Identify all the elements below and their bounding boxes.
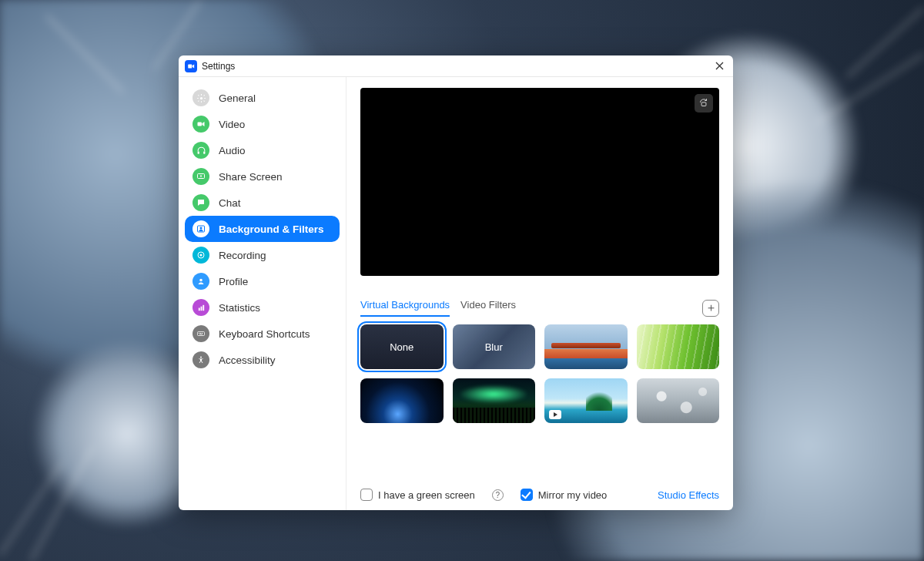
titlebar: Settings <box>179 55 733 77</box>
rotate-camera-button[interactable] <box>695 94 713 113</box>
sidebar-item-label: Share Screen <box>219 171 283 183</box>
svg-rect-20 <box>200 306 202 311</box>
svg-rect-10 <box>198 123 203 126</box>
svg-point-17 <box>200 254 203 257</box>
add-background-button[interactable]: ＋ <box>702 300 719 317</box>
video-icon <box>192 116 209 133</box>
help-icon[interactable]: ? <box>492 489 504 501</box>
svg-point-27 <box>200 357 202 358</box>
svg-line-4 <box>801 432 924 501</box>
background-thumb-snow[interactable] <box>637 378 720 423</box>
svg-rect-28 <box>701 102 706 106</box>
tab-video-filters[interactable]: Video Filters <box>460 299 516 317</box>
sidebar-item-label: Audio <box>219 145 246 156</box>
filter-tabs: Virtual Backgrounds Video Filters <box>360 299 516 317</box>
svg-point-18 <box>199 279 203 282</box>
gear-icon <box>192 89 209 106</box>
app-icon <box>185 60 197 72</box>
tab-virtual-backgrounds[interactable]: Virtual Backgrounds <box>360 299 450 317</box>
accessibility-icon <box>192 351 209 368</box>
background-thumb-blur[interactable]: Blur <box>453 324 536 369</box>
sidebar-item-label: Accessibility <box>219 354 276 366</box>
sidebar-item-share-screen[interactable]: Share Screen <box>185 163 340 190</box>
profile-icon <box>192 273 209 290</box>
background-thumb-bridge[interactable] <box>544 324 628 369</box>
sidebar-item-label: Keyboard Shortcuts <box>219 328 310 340</box>
sidebar-item-accessibility[interactable]: Accessibility <box>185 347 340 373</box>
svg-line-6 <box>46 15 123 92</box>
video-preview <box>360 88 719 276</box>
sidebar-item-label: Profile <box>219 276 248 287</box>
sidebar-item-label: Video <box>219 119 245 130</box>
recording-icon <box>192 247 209 264</box>
svg-rect-26 <box>199 334 203 335</box>
checkbox-icon <box>360 489 373 501</box>
svg-rect-8 <box>188 64 192 68</box>
svg-rect-23 <box>199 333 199 334</box>
svg-point-15 <box>200 227 203 230</box>
background-filters-icon <box>192 220 209 237</box>
keyboard-icon <box>192 325 209 342</box>
mirror-video-checkbox[interactable]: Mirror my video <box>521 489 608 501</box>
studio-effects-link[interactable]: Studio Effects <box>658 489 719 501</box>
svg-rect-24 <box>200 333 201 334</box>
chat-icon <box>192 194 209 211</box>
sidebar-item-label: Background & Filters <box>219 223 324 235</box>
settings-sidebar: General Video Audio Share Screen Chat Ba… <box>179 77 346 510</box>
sidebar-item-audio[interactable]: Audio <box>185 137 340 163</box>
statistics-icon <box>192 299 209 316</box>
svg-line-2 <box>847 8 924 77</box>
sidebar-item-statistics[interactable]: Statistics <box>185 294 340 321</box>
checkbox-icon <box>521 489 533 501</box>
sidebar-item-label: Recording <box>219 250 266 261</box>
checkbox-label: Mirror my video <box>538 489 608 501</box>
headphones-icon <box>192 142 209 159</box>
checkbox-label: I have a green screen <box>378 489 475 501</box>
svg-rect-21 <box>203 304 204 310</box>
close-button[interactable] <box>713 60 725 72</box>
sidebar-item-label: Chat <box>219 197 241 209</box>
settings-main: Virtual Backgrounds Video Filters ＋ None… <box>346 77 733 510</box>
video-indicator-icon <box>457 410 470 419</box>
window-title: Settings <box>202 61 235 72</box>
sidebar-item-general[interactable]: General <box>185 85 340 111</box>
background-thumb-earth[interactable] <box>360 378 444 423</box>
video-indicator-icon <box>549 410 561 419</box>
svg-line-5 <box>770 462 924 561</box>
background-thumb-grass[interactable] <box>637 324 720 369</box>
share-screen-icon <box>192 168 209 185</box>
sidebar-item-recording[interactable]: Recording <box>185 242 340 268</box>
settings-window: Settings General Video Audio Share Scree… <box>179 55 733 510</box>
svg-rect-19 <box>198 307 199 311</box>
background-thumb-none[interactable]: None <box>360 324 444 369</box>
background-thumbnails: None Blur <box>360 324 719 423</box>
sidebar-item-label: Statistics <box>219 302 260 314</box>
sidebar-item-chat[interactable]: Chat <box>185 190 340 216</box>
sidebar-item-label: General <box>219 92 256 104</box>
sidebar-item-profile[interactable]: Profile <box>185 268 340 294</box>
background-thumb-beach[interactable] <box>544 378 628 423</box>
svg-rect-25 <box>202 333 203 334</box>
green-screen-checkbox[interactable]: I have a green screen <box>360 489 475 501</box>
svg-rect-12 <box>203 151 205 153</box>
svg-point-9 <box>199 96 202 99</box>
sidebar-item-video[interactable]: Video <box>185 111 340 137</box>
background-thumb-aurora[interactable] <box>453 378 536 423</box>
svg-rect-11 <box>197 151 199 153</box>
sidebar-item-keyboard-shortcuts[interactable]: Keyboard Shortcuts <box>185 321 340 347</box>
sidebar-item-background-filters[interactable]: Background & Filters <box>185 216 340 242</box>
